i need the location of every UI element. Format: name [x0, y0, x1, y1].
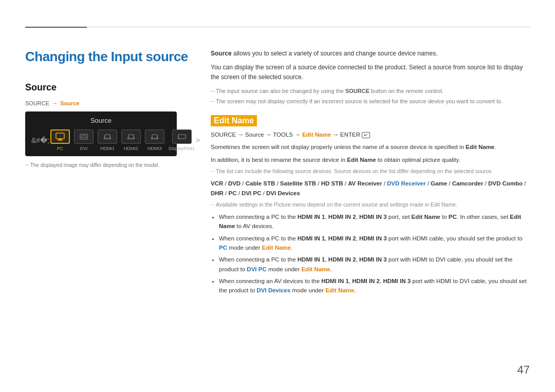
note1-bold: SOURCE	[345, 88, 369, 94]
bi3-hdmi3: HDMI IN 3	[359, 256, 387, 263]
intro-paragraph-2: You can display the screen of a source d…	[211, 63, 530, 82]
device-av-receiver: AV Receiver	[348, 180, 382, 186]
svg-rect-0	[56, 133, 64, 139]
device-dvi-devices: DVI Devices	[266, 190, 300, 196]
source-prev-arrow[interactable]: &#�;	[30, 136, 50, 144]
intro-text: allows you to select a variety of source…	[233, 50, 438, 57]
bi3-hdmi1: HDMI IN 1	[298, 256, 325, 263]
note-line-1: The input source can also be changed by …	[211, 87, 530, 96]
nav-arrow: →	[52, 100, 59, 106]
device-dvi-pc: DVI PC	[242, 190, 261, 196]
device-dvd: DVD	[228, 180, 240, 186]
edit-name-ref-3: Edit Name	[431, 201, 456, 208]
source-icon-hdmi3[interactable]: HDMI3	[145, 129, 164, 151]
path-end: → ENTER	[332, 132, 362, 138]
bi2-hdmi2: HDMI IN 2	[328, 235, 356, 241]
hdmi1-label: HDMI1	[100, 146, 115, 151]
bi2-hdmi1: HDMI IN 1	[298, 235, 325, 241]
enter-icon: ↵	[362, 132, 370, 138]
bullet-item-3: When connecting a PC to the HDMI IN 1, H…	[219, 255, 530, 274]
italic-note-1: The list can include the following sourc…	[211, 167, 530, 176]
source-icons-row: &#�; PC	[30, 129, 172, 151]
svg-rect-5	[105, 135, 110, 139]
bi1-pc: PC	[449, 214, 457, 220]
devices-list: VCR / DVD / Cable STB / Satellite STB / …	[211, 179, 530, 198]
svg-rect-1	[59, 139, 62, 140]
device-hd-stb: HD STB	[321, 180, 343, 186]
page-title: Changing the Input source	[25, 49, 188, 65]
hdmi2-icon-box	[121, 129, 141, 144]
device-sat-stb: Satellite STB	[280, 180, 316, 186]
source-next-arrow[interactable]: >	[195, 136, 201, 144]
bi4-editname: Edit Name	[325, 287, 354, 293]
path-edit-name: Edit Name	[302, 132, 331, 138]
dp1-label: DisplayPort1	[169, 146, 195, 151]
hdmi1-icon-box	[98, 129, 117, 144]
edit-name-title: Edit Name	[211, 115, 257, 126]
italic-source-bold: Source	[334, 168, 351, 174]
dvi-icon-box	[74, 129, 94, 144]
body-text-1: Sometimes the screen will not display pr…	[211, 142, 530, 152]
device-dvd-receiver: DVD Receiver	[387, 180, 425, 186]
device-dhr: DHR	[211, 190, 224, 196]
nav-source-text: SOURCE	[25, 100, 49, 106]
bullet-list: When connecting a PC to the HDMI IN 1, H…	[219, 212, 530, 295]
device-camcorder: Camcorder	[452, 180, 484, 186]
edit-name-ref-2: Edit Name	[347, 157, 376, 163]
svg-rect-9	[128, 135, 134, 139]
right-column: Source allows you to select a variety of…	[211, 49, 530, 298]
bi1-hdmi2: HDMI IN 2	[328, 214, 356, 220]
source-icon-hdmi2[interactable]: HDMI2	[121, 129, 141, 151]
note1-end: button on the remote control.	[369, 88, 443, 94]
top-accent-line	[25, 27, 87, 28]
source-caption: The displayed image may differ depending…	[25, 162, 184, 168]
source-icon-dvi[interactable]: DVI	[74, 129, 94, 151]
device-game: Game	[431, 180, 447, 186]
nav-source-link[interactable]: Source	[60, 100, 79, 106]
bi2-editname: Edit Name	[262, 245, 291, 251]
hdmi3-label: HDMI3	[147, 146, 162, 151]
bi2-hdmi3: HDMI IN 3	[359, 235, 387, 241]
pc-icon-box	[50, 129, 70, 144]
bi4-dvidevices: DVI Devices	[257, 287, 291, 293]
source-icon-pc[interactable]: PC	[50, 129, 70, 151]
italic-note-2: Available settings in the Picture menu d…	[211, 201, 530, 209]
device-dvd-combo: DVD Combo	[488, 180, 523, 186]
edit-name-section: Edit Name SOURCE → Source → TOOLS → Edit…	[211, 115, 530, 295]
hdmi2-label: HDMI2	[124, 146, 138, 151]
note-line-2: The screen may not display correctly if …	[211, 97, 530, 106]
svg-rect-2	[58, 140, 63, 141]
bi4-hdmi2: HDMI IN 2	[352, 278, 380, 284]
svg-rect-4	[82, 136, 86, 138]
dvi-label: DVI	[80, 146, 88, 151]
picture-bold: Picture	[274, 201, 291, 208]
device-cable-stb: Cable STB	[246, 180, 275, 186]
bi2-pc: PC	[219, 245, 227, 251]
svg-rect-3	[80, 134, 87, 139]
source-icon-hdmi1[interactable]: HDMI1	[98, 129, 117, 151]
hdmi3-icon-box	[145, 129, 164, 144]
source-nav-path: SOURCE → Source	[25, 100, 184, 106]
pc-label: PC	[57, 146, 64, 151]
bullet-item-1: When connecting a PC to the HDMI IN 1, H…	[219, 212, 530, 231]
bullet-item-4: When connecting an AV devices to the HDM…	[219, 276, 530, 295]
source-box-title: Source	[30, 117, 172, 124]
note1-text: The input source can also be changed by …	[216, 88, 345, 94]
source-icon-dp1[interactable]: DisplayPort1	[169, 129, 195, 151]
device-vcr: VCR	[211, 180, 223, 186]
left-column: Source SOURCE → Source Source &#�;	[25, 82, 184, 168]
bi1-editname: Edit Name	[412, 214, 440, 220]
path-text: SOURCE → Source → TOOLS →	[211, 132, 302, 138]
bi3-hdmi2: HDMI IN 2	[328, 256, 356, 263]
body-text-2: In addition, it is best to rename the so…	[211, 155, 530, 165]
intro-paragraph-1: Source allows you to select a variety of…	[211, 49, 530, 59]
bi3-editname: Edit Name	[301, 266, 330, 272]
bi1-hdmi3: HDMI IN 3	[359, 214, 387, 220]
source-section-title: Source	[25, 82, 184, 93]
intro-source-bold: Source	[211, 50, 232, 57]
bullet-item-2: When connecting a PC to the HDMI IN 1, H…	[219, 234, 530, 253]
bi3-dvipc: DVI PC	[247, 266, 266, 272]
edit-name-ref-1: Edit Name	[466, 144, 494, 150]
device-pc: PC	[229, 190, 237, 196]
source-path: SOURCE → Source → TOOLS → Edit Name → EN…	[211, 132, 530, 138]
